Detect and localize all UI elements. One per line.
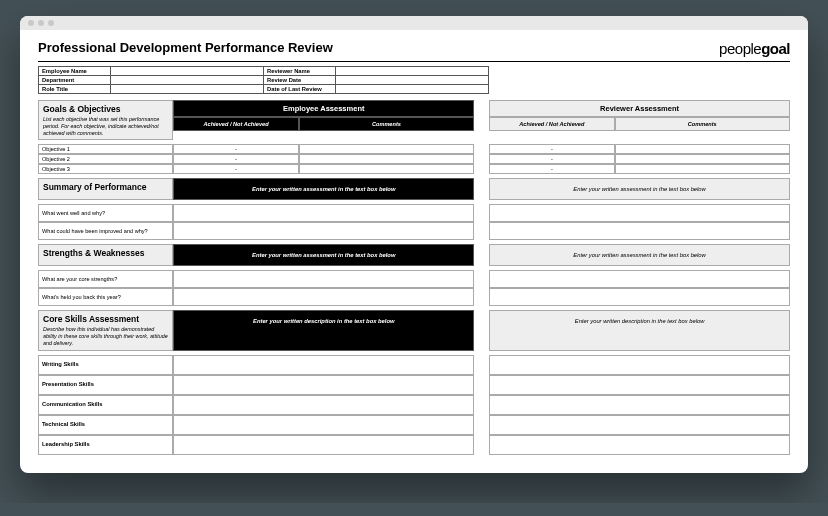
brand-logo: peoplegoal xyxy=(719,40,790,57)
achieved-cell: - xyxy=(173,144,298,154)
summary-q2-row: What could have been improved and why? xyxy=(38,222,790,240)
col-comments: Comments xyxy=(299,117,474,131)
answer-cell xyxy=(173,288,474,306)
question: What are your core strengths? xyxy=(38,270,173,288)
comments-cell xyxy=(299,154,474,164)
skill-cell xyxy=(489,375,790,395)
section-goals-header: Goals & Objectives List each objective t… xyxy=(38,100,790,140)
objective-row: Objective 1-- xyxy=(38,144,790,154)
employee-prompt: Enter your written assessment in the tex… xyxy=(173,244,474,266)
employee-prompt: Enter your written assessment in the tex… xyxy=(173,178,474,200)
section-core-header: Core Skills Assessment Describe how this… xyxy=(38,310,790,350)
comments-cell xyxy=(615,144,790,154)
employee-info-table: Employee NameReviewer Name DepartmentRev… xyxy=(38,66,489,94)
section-title: Goals & Objectives xyxy=(43,104,168,114)
section-summary-header: Summary of Performance Enter your writte… xyxy=(38,178,790,200)
info-label: Review Date xyxy=(264,76,336,85)
achieved-cell: - xyxy=(173,154,298,164)
skill-cell xyxy=(173,395,474,415)
objective-label: Objective 1 xyxy=(38,144,173,154)
section-head: Goals & Objectives List each objective t… xyxy=(38,100,173,140)
col-achieved: Achieved / Not Achieved xyxy=(173,117,298,131)
achieved-cell: - xyxy=(489,164,614,174)
skill-label: Communication Skills xyxy=(38,395,173,415)
section-head: Strengths & Weaknesses xyxy=(38,244,173,266)
employee-prompt: Enter your written description in the te… xyxy=(173,310,474,350)
window-dot xyxy=(38,20,44,26)
info-label: Department xyxy=(39,76,111,85)
skill-row: Leadership Skills xyxy=(38,435,790,455)
objective-row: Objective 2-- xyxy=(38,154,790,164)
section-sw-header: Strengths & Weaknesses Enter your writte… xyxy=(38,244,790,266)
achieved-cell: - xyxy=(489,154,614,164)
window-dot xyxy=(48,20,54,26)
info-value xyxy=(111,76,264,85)
info-label: Employee Name xyxy=(39,67,111,76)
section-title: Summary of Performance xyxy=(43,182,168,192)
objective-row: Objective 3-- xyxy=(38,164,790,174)
section-desc: List each objective that was set this pe… xyxy=(43,116,168,136)
skill-row: Communication Skills xyxy=(38,395,790,415)
section-head: Summary of Performance xyxy=(38,178,173,200)
skill-cell xyxy=(489,435,790,455)
skill-cell xyxy=(489,395,790,415)
skill-cell xyxy=(173,415,474,435)
sw-q1-row: What are your core strengths? xyxy=(38,270,790,288)
col-comments: Comments xyxy=(615,117,790,131)
section-title: Core Skills Assessment xyxy=(43,314,168,324)
info-value xyxy=(336,67,489,76)
info-value xyxy=(336,85,489,94)
skill-label: Presentation Skills xyxy=(38,375,173,395)
comments-cell xyxy=(299,144,474,154)
logo-part1: people xyxy=(719,40,761,57)
reviewer-assessment-header: Reviewer Assessment xyxy=(489,100,790,117)
answer-cell xyxy=(489,204,790,222)
comments-cell xyxy=(615,164,790,174)
question: What's held you back this year? xyxy=(38,288,173,306)
skill-row: Presentation Skills xyxy=(38,375,790,395)
answer-cell xyxy=(489,222,790,240)
skill-cell xyxy=(489,415,790,435)
comments-cell xyxy=(299,164,474,174)
answer-cell xyxy=(173,222,474,240)
skill-cell xyxy=(173,375,474,395)
achieved-cell: - xyxy=(173,164,298,174)
reviewer-prompt: Enter your written assessment in the tex… xyxy=(489,244,790,266)
info-value xyxy=(111,85,264,94)
col-achieved: Achieved / Not Achieved xyxy=(489,117,614,131)
question: What could have been improved and why? xyxy=(38,222,173,240)
info-value xyxy=(336,76,489,85)
skill-label: Technical Skills xyxy=(38,415,173,435)
page-title: Professional Development Performance Rev… xyxy=(38,40,333,55)
answer-cell xyxy=(173,204,474,222)
answer-cell xyxy=(489,288,790,306)
comments-cell xyxy=(615,154,790,164)
titlebar xyxy=(20,16,808,30)
logo-part2: goal xyxy=(761,40,790,57)
answer-cell xyxy=(173,270,474,288)
section-desc: Describe how this individual has demonst… xyxy=(43,326,168,346)
info-label: Reviewer Name xyxy=(264,67,336,76)
skills-rows: Writing SkillsPresentation SkillsCommuni… xyxy=(38,355,790,455)
achieved-cell: - xyxy=(489,144,614,154)
sw-q2-row: What's held you back this year? xyxy=(38,288,790,306)
divider xyxy=(38,61,790,62)
document: Professional Development Performance Rev… xyxy=(20,30,808,473)
info-label: Date of Last Review xyxy=(264,85,336,94)
goals-rows: Objective 1--Objective 2--Objective 3-- xyxy=(38,144,790,174)
section-head: Core Skills Assessment Describe how this… xyxy=(38,310,173,350)
objective-label: Objective 2 xyxy=(38,154,173,164)
summary-q1-row: What went well and why? xyxy=(38,204,790,222)
skill-row: Technical Skills xyxy=(38,415,790,435)
objective-label: Objective 3 xyxy=(38,164,173,174)
skill-cell xyxy=(489,355,790,375)
employee-assessment-header: Employee Assessment xyxy=(173,100,474,117)
skill-label: Leadership Skills xyxy=(38,435,173,455)
info-label: Role Title xyxy=(39,85,111,94)
question: What went well and why? xyxy=(38,204,173,222)
reviewer-prompt: Enter your written description in the te… xyxy=(489,310,790,350)
section-title: Strengths & Weaknesses xyxy=(43,248,168,258)
window-dot xyxy=(28,20,34,26)
skill-label: Writing Skills xyxy=(38,355,173,375)
skill-cell xyxy=(173,435,474,455)
